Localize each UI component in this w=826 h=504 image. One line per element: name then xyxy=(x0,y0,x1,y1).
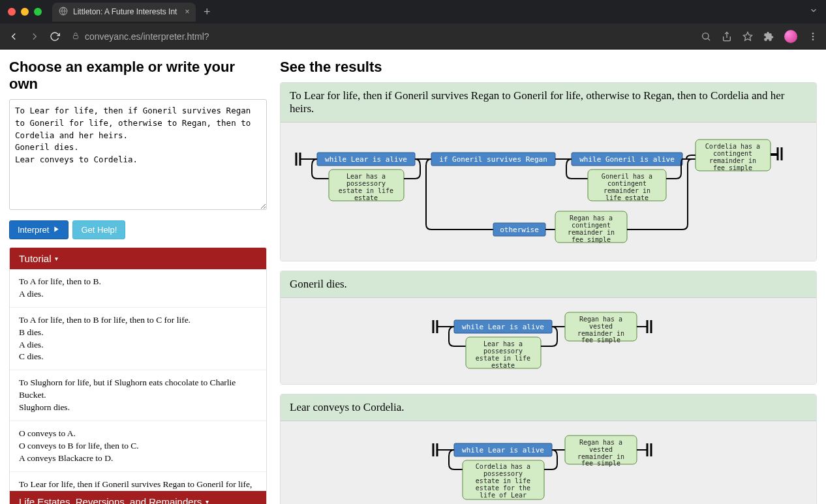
globe-icon xyxy=(59,7,68,18)
life-estates-accordion-header[interactable]: Life Estates, Reversions, and Remainders… xyxy=(10,491,266,504)
svg-point-8 xyxy=(812,38,814,40)
svg-text:life of Lear: life of Lear xyxy=(480,492,527,499)
svg-text:contingent: contingent xyxy=(607,180,647,187)
chevron-down-icon[interactable] xyxy=(809,6,818,18)
svg-text:Goneril has a: Goneril has a xyxy=(602,173,652,180)
tutorial-accordion-header[interactable]: Tutorial ▾ xyxy=(10,248,266,269)
svg-text:contingent: contingent xyxy=(713,150,752,157)
second-header-label: Life Estates, Reversions, and Remainders xyxy=(19,496,202,504)
url-bar[interactable]: conveyanc.es/interpreter.html? xyxy=(69,31,692,42)
close-tab-icon[interactable]: × xyxy=(185,7,189,16)
result-title: Lear conveys to Cordelia. xyxy=(281,394,816,421)
svg-text:remainder in: remainder in xyxy=(568,229,615,236)
back-button[interactable] xyxy=(8,31,20,42)
star-icon[interactable] xyxy=(742,31,753,42)
svg-point-7 xyxy=(812,35,814,37)
svg-text:estate for the: estate for the xyxy=(476,484,530,492)
svg-text:Cordelia has a: Cordelia has a xyxy=(705,143,760,150)
svg-text:Lear has a: Lear has a xyxy=(483,340,523,348)
svg-text:Regan has a: Regan has a xyxy=(570,215,613,222)
svg-text:Regan has a: Regan has a xyxy=(579,316,622,323)
svg-marker-9 xyxy=(55,226,59,231)
profile-avatar[interactable] xyxy=(784,30,797,43)
tab-title: Littleton: A Future Interests Int xyxy=(73,7,177,16)
svg-text:while Goneril is alive: while Goneril is alive xyxy=(579,155,675,164)
example-item[interactable]: To Lear for life, then if Goneril surviv… xyxy=(10,472,266,491)
example-list[interactable]: To A for life, then to B. A dies. To A f… xyxy=(10,269,266,491)
svg-text:fee simple: fee simple xyxy=(713,164,752,171)
svg-text:if Goneril survives Regan: if Goneril survives Regan xyxy=(439,155,547,164)
reload-button[interactable] xyxy=(50,31,60,42)
e1-l3: estate in life xyxy=(339,187,393,194)
svg-text:remainder in: remainder in xyxy=(709,157,756,164)
interpret-button[interactable]: Interpret xyxy=(9,220,69,239)
railroad-diagram: while Lear is alive Cordelia has a posse… xyxy=(291,432,656,504)
svg-text:vested: vested xyxy=(589,323,613,330)
right-heading: See the results xyxy=(280,59,817,76)
svg-text:estate in life: estate in life xyxy=(476,477,530,484)
e1-l1: Lear has a xyxy=(346,173,386,180)
svg-rect-1 xyxy=(74,35,78,38)
window-minimize-button[interactable] xyxy=(21,8,29,16)
caret-down-icon: ▾ xyxy=(206,498,209,504)
window-close-button[interactable] xyxy=(8,8,16,16)
svg-text:while Lear is alive: while Lear is alive xyxy=(325,155,407,164)
svg-text:possessory: possessory xyxy=(483,348,523,355)
svg-text:vested: vested xyxy=(589,446,613,453)
svg-marker-5 xyxy=(743,32,752,40)
svg-text:fee simple: fee simple xyxy=(581,336,620,344)
railroad-diagram: while Lear is alive Lear has a possessor… xyxy=(291,308,656,374)
example-item[interactable]: To A for life, then to B for life, then … xyxy=(10,308,266,371)
grant-textarea[interactable] xyxy=(9,99,267,210)
help-button[interactable]: Get Help! xyxy=(72,220,125,239)
share-icon[interactable] xyxy=(722,31,732,42)
tutorial-label: Tutorial xyxy=(19,253,51,264)
svg-point-2 xyxy=(703,33,709,38)
railroad-diagram: while Lear is alive Lear has a possessor… xyxy=(291,133,787,250)
example-item[interactable]: To A for life, then to B. A dies. xyxy=(10,269,266,308)
extensions-icon[interactable] xyxy=(763,31,774,42)
svg-text:fee simple: fee simple xyxy=(581,460,620,467)
result-title: To Lear for life, then if Goneril surviv… xyxy=(281,83,816,123)
svg-text:fee simple: fee simple xyxy=(572,236,611,243)
menu-icon[interactable] xyxy=(808,31,818,42)
svg-text:contingent: contingent xyxy=(572,222,611,229)
result-block: Lear conveys to Cordelia. while Lear is … xyxy=(280,394,817,504)
svg-text:Cordelia has a: Cordelia has a xyxy=(476,463,530,470)
e1-l2: possessory xyxy=(346,180,386,187)
result-title: Goneril dies. xyxy=(281,271,816,298)
svg-line-3 xyxy=(708,38,710,40)
svg-point-6 xyxy=(812,33,814,35)
svg-text:estate: estate xyxy=(491,362,515,369)
svg-text:while Lear is alive: while Lear is alive xyxy=(462,446,544,454)
svg-text:Regan has a: Regan has a xyxy=(579,439,622,446)
browser-tab[interactable]: Littleton: A Future Interests Int × xyxy=(52,3,196,22)
lock-icon xyxy=(72,31,80,42)
interpret-label: Interpret xyxy=(18,225,49,235)
url-text: conveyanc.es/interpreter.html? xyxy=(85,31,209,42)
new-tab-button[interactable]: + xyxy=(198,5,216,19)
svg-text:otherwise: otherwise xyxy=(500,226,539,234)
window-maximize-button[interactable] xyxy=(34,8,42,16)
svg-text:possessory: possessory xyxy=(483,470,523,477)
left-heading: Choose an example or write your own xyxy=(9,59,267,93)
result-block: To Lear for life, then if Goneril surviv… xyxy=(280,82,817,261)
play-icon xyxy=(53,225,60,235)
search-icon[interactable] xyxy=(701,31,711,42)
svg-text:while Lear is alive: while Lear is alive xyxy=(462,323,544,331)
forward-button[interactable] xyxy=(29,31,40,42)
svg-text:estate in life: estate in life xyxy=(476,355,530,362)
e1-l4: estate xyxy=(354,194,378,201)
caret-down-icon: ▾ xyxy=(55,255,58,262)
example-item[interactable]: To Slughorn for life, but if Slughorn ea… xyxy=(10,370,266,421)
example-item[interactable]: O conveys to A. O conveys to B for life,… xyxy=(10,421,266,472)
svg-text:remainder in: remainder in xyxy=(604,187,650,194)
svg-text:life estate: life estate xyxy=(605,194,649,201)
result-block: Goneril dies. while Lear is alive Lear h… xyxy=(280,271,817,385)
